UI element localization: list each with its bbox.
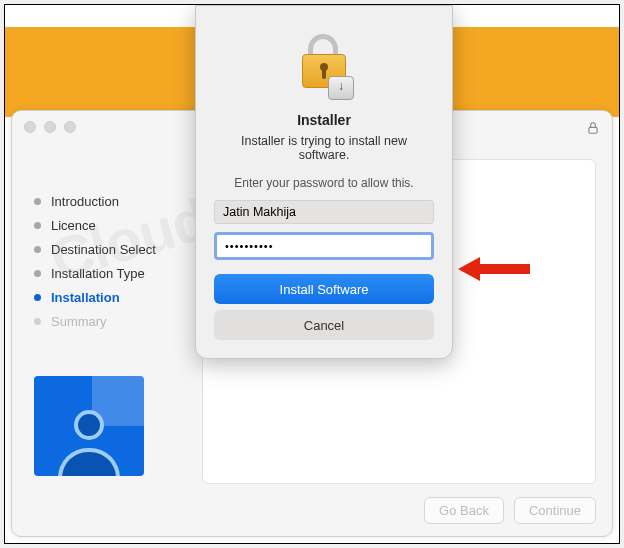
step-label: Destination Select bbox=[51, 242, 156, 257]
step-label: Installation bbox=[51, 290, 120, 305]
step-destination: Destination Select bbox=[34, 237, 194, 261]
step-dot-icon bbox=[34, 270, 41, 277]
zoom-icon[interactable] bbox=[64, 121, 76, 133]
step-dot-icon bbox=[34, 294, 41, 301]
app-icon bbox=[34, 376, 144, 476]
annotation-arrow-icon bbox=[458, 254, 530, 288]
step-dot-icon bbox=[34, 198, 41, 205]
step-label: Summary bbox=[51, 314, 107, 329]
step-label: Introduction bbox=[51, 194, 119, 209]
step-summary: Summary bbox=[34, 309, 194, 333]
step-licence: Licence bbox=[34, 213, 194, 237]
step-label: Installation Type bbox=[51, 266, 145, 281]
avatar-head-icon bbox=[74, 410, 104, 440]
step-dot-icon bbox=[34, 222, 41, 229]
window-controls[interactable] bbox=[24, 121, 76, 133]
svg-marker-1 bbox=[458, 257, 530, 281]
steps-sidebar: Introduction Licence Destination Select … bbox=[34, 189, 194, 333]
dialog-hint: Enter your password to allow this. bbox=[214, 176, 434, 190]
package-icon bbox=[328, 76, 354, 100]
auth-dialog: Installer Installer is trying to install… bbox=[195, 5, 453, 359]
step-introduction: Introduction bbox=[34, 189, 194, 213]
lock-icon bbox=[586, 121, 600, 138]
username-field[interactable] bbox=[214, 200, 434, 224]
step-installation: Installation bbox=[34, 285, 194, 309]
install-software-button[interactable]: Install Software bbox=[214, 274, 434, 304]
step-label: Licence bbox=[51, 218, 96, 233]
continue-button[interactable]: Continue bbox=[514, 497, 596, 524]
cancel-button[interactable]: Cancel bbox=[214, 310, 434, 340]
password-field[interactable] bbox=[214, 232, 434, 260]
minimize-icon[interactable] bbox=[44, 121, 56, 133]
avatar-body-icon bbox=[58, 448, 120, 476]
screenshot-frame: Introduction Licence Destination Select … bbox=[4, 4, 620, 544]
close-icon[interactable] bbox=[24, 121, 36, 133]
footer-buttons: Go Back Continue bbox=[424, 497, 596, 524]
dialog-subtitle: Installer is trying to install new softw… bbox=[214, 134, 434, 162]
svg-rect-0 bbox=[589, 127, 597, 133]
step-dot-icon bbox=[34, 318, 41, 325]
installer-lock-icon bbox=[294, 32, 354, 102]
step-dot-icon bbox=[34, 246, 41, 253]
dialog-title: Installer bbox=[214, 112, 434, 128]
go-back-button[interactable]: Go Back bbox=[424, 497, 504, 524]
step-installation-type: Installation Type bbox=[34, 261, 194, 285]
